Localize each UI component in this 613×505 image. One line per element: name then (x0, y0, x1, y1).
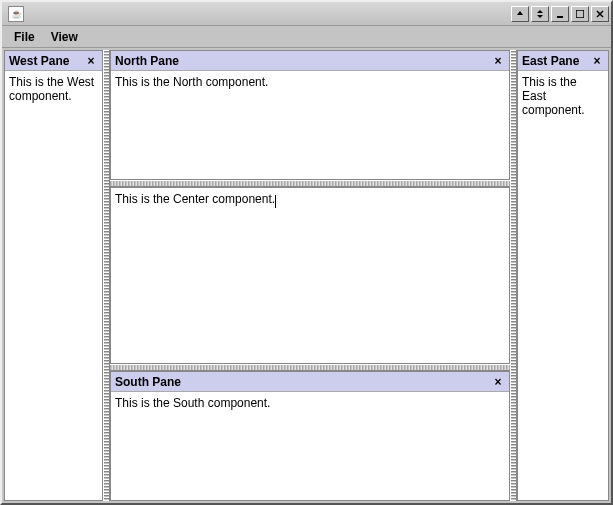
east-pane-title: East Pane (522, 54, 590, 68)
titlebar[interactable]: ☕ (2, 2, 611, 26)
splitter-west[interactable] (103, 50, 110, 501)
center-column: North Pane × This is the North component… (110, 50, 510, 501)
minimize-button[interactable] (551, 6, 569, 22)
east-pane: East Pane × This is the East component. (517, 50, 609, 501)
north-pane: North Pane × This is the North component… (110, 50, 510, 180)
menubar: File View (2, 26, 611, 48)
svg-marker-1 (537, 10, 543, 13)
west-pane-header[interactable]: West Pane × (5, 51, 102, 71)
splitter-north[interactable] (110, 180, 510, 187)
splitter-east[interactable] (510, 50, 517, 501)
svg-rect-4 (576, 10, 584, 18)
east-pane-body: This is the East component. (518, 71, 608, 500)
svg-marker-0 (517, 11, 523, 15)
app-window: ☕ File View West Pane × (0, 0, 613, 505)
south-pane-body: This is the South component. (111, 392, 509, 500)
menu-view[interactable]: View (43, 27, 86, 47)
splitter-south[interactable] (110, 364, 510, 371)
menu-file[interactable]: File (6, 27, 43, 47)
content-area: West Pane × This is the West component. … (2, 48, 611, 503)
maximize-button[interactable] (571, 6, 589, 22)
svg-marker-2 (537, 15, 543, 18)
west-column: West Pane × This is the West component. (4, 50, 103, 501)
north-pane-body: This is the North component. (111, 71, 509, 179)
close-button[interactable] (591, 6, 609, 22)
south-pane: South Pane × This is the South component… (110, 371, 510, 501)
east-pane-header[interactable]: East Pane × (518, 51, 608, 71)
west-pane: West Pane × This is the West component. (4, 50, 103, 501)
center-text-content: This is the Center component. (115, 192, 275, 206)
north-pane-title: North Pane (115, 54, 491, 68)
app-icon: ☕ (8, 6, 24, 22)
close-icon[interactable]: × (491, 54, 505, 68)
center-pane[interactable]: This is the Center component. (110, 187, 510, 364)
svg-rect-3 (557, 16, 563, 18)
close-icon[interactable]: × (84, 54, 98, 68)
east-column: East Pane × This is the East component. (517, 50, 609, 501)
west-pane-body: This is the West component. (5, 71, 102, 500)
text-caret (275, 195, 276, 208)
south-pane-title: South Pane (115, 375, 491, 389)
titlebar-button-a[interactable] (511, 6, 529, 22)
close-icon[interactable]: × (590, 54, 604, 68)
west-pane-title: West Pane (9, 54, 84, 68)
close-icon[interactable]: × (491, 375, 505, 389)
north-pane-header[interactable]: North Pane × (111, 51, 509, 71)
titlebar-button-b[interactable] (531, 6, 549, 22)
south-pane-header[interactable]: South Pane × (111, 372, 509, 392)
